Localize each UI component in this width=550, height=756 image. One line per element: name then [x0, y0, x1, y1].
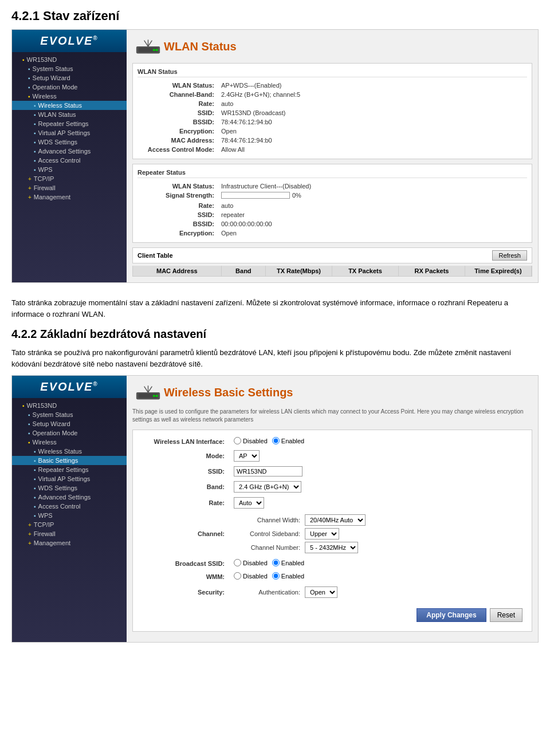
nav2-wireless-status[interactable]: ▪ Wireless Status: [12, 447, 127, 456]
reset-button[interactable]: Reset: [490, 608, 522, 622]
row-value: Allow All: [218, 145, 527, 154]
col-tx-rate: TX Rate(Mbps): [266, 266, 332, 276]
row-value: AP+WDS---(Enabled): [218, 81, 527, 90]
nav-label: Repeater Settings: [38, 120, 89, 127]
broadcast-ssid-label: Broadcast SSID:: [138, 557, 229, 570]
row-label: Channel-Band:: [138, 90, 218, 99]
apply-changes-button[interactable]: Apply Changes: [417, 608, 486, 622]
nav2-management[interactable]: + Management: [12, 538, 127, 548]
router-icon-2: [132, 381, 164, 403]
nav-setup-wizard[interactable]: ▪ Setup Wizard: [12, 73, 127, 82]
table-row: Rate: auto: [138, 201, 527, 210]
broadcast-enabled-label[interactable]: Enabled: [272, 559, 304, 566]
nav-access-control[interactable]: ▪ Access Control: [12, 156, 127, 165]
nav-wps[interactable]: ▪ WPS: [12, 165, 127, 174]
nav-wireless-status[interactable]: ▪ Wireless Status: [12, 101, 127, 110]
wmm-enabled-radio[interactable]: [272, 572, 280, 580]
refresh-button[interactable]: Refresh: [492, 250, 527, 261]
table-row: SSID: WR153ND (Broadcast): [138, 108, 527, 117]
nav2-operation-mode[interactable]: ▪ Operation Mode: [12, 428, 127, 438]
ssid-input[interactable]: [234, 466, 302, 477]
wmm-enabled-label[interactable]: Enabled: [272, 572, 304, 580]
nav2-tcp-ip[interactable]: + TCP/IP: [12, 520, 127, 529]
wmm-disabled-label[interactable]: Disabled: [234, 572, 268, 580]
channel-number-select[interactable]: 5 - 2432MHz: [305, 542, 358, 553]
nav-basic-settings[interactable]: ▪ WLAN Status: [12, 110, 127, 119]
nav2-access-control[interactable]: ▪ Access Control: [12, 502, 127, 511]
wireless-basic-panel: EVOLVE® ▪ WR153ND ▪ System Status ▪ Setu…: [11, 375, 539, 643]
nav2-system-status[interactable]: ▪ System Status: [12, 410, 127, 419]
authentication-control: Open: [302, 585, 340, 599]
nav2-firewall[interactable]: + Firewall: [12, 529, 127, 538]
authentication-label: Authentication:: [234, 585, 302, 599]
nav-wr153nd[interactable]: ▪ WR153ND: [12, 55, 127, 64]
nav2-virtual-ap[interactable]: ▪ Virtual AP Settings: [12, 474, 127, 483]
nav-wireless[interactable]: ▪ Wireless: [12, 92, 127, 101]
wlan-enabled-label[interactable]: Enabled: [272, 437, 304, 444]
row-label: WLAN Status:: [138, 81, 218, 90]
repeater-section-label: Repeater Status: [138, 169, 527, 178]
nav2-wireless[interactable]: ▪ Wireless: [12, 438, 127, 447]
page-icon: ▪: [34, 458, 36, 464]
nav-advanced-settings[interactable]: ▪ Advanced Settings: [12, 147, 127, 156]
wmm-enabled-text: Enabled: [281, 573, 304, 580]
wmm-disabled-text: Disabled: [243, 573, 268, 580]
text-section-1: Tato stránka zobrazuje momentální stav a…: [0, 292, 550, 325]
wmm-disabled-radio[interactable]: [234, 572, 241, 580]
wlan-disabled-label[interactable]: Disabled: [234, 437, 268, 444]
broadcast-enabled-text: Enabled: [281, 560, 304, 566]
wlan-status-panel: EVOLVE® ▪ WR153ND ▪ System Status ▪ Setu…: [11, 29, 539, 283]
ssid-control: [229, 464, 527, 479]
folder-icon: +: [28, 176, 32, 182]
row-value: 78:44:76:12:94:b0: [218, 136, 527, 145]
nav2-setup-wizard[interactable]: ▪ Setup Wizard: [12, 419, 127, 428]
mode-select[interactable]: AP: [234, 450, 260, 462]
row-value: WR153ND (Broadcast): [218, 108, 527, 117]
nav2-wds-settings[interactable]: ▪ WDS Settings: [12, 483, 127, 493]
nav2-advanced-settings[interactable]: ▪ Advanced Settings: [12, 493, 127, 502]
broadcast-disabled-label[interactable]: Disabled: [234, 559, 268, 566]
wlan-status-table: WLAN Status WLAN Status: AP+WDS---(Enabl…: [132, 63, 532, 159]
nav-operation-mode[interactable]: ▪ Operation Mode: [12, 82, 127, 92]
nav2-wr153nd[interactable]: ▪ WR153ND: [12, 401, 127, 410]
nav-label: Virtual AP Settings: [38, 475, 91, 482]
authentication-select[interactable]: Open: [305, 586, 337, 598]
page-icon: ▪: [34, 121, 36, 127]
page-icon: ▪: [34, 448, 36, 455]
wlan-enabled-radio[interactable]: [272, 437, 280, 444]
page-icon: ▪: [34, 476, 36, 482]
page-icon: ▪: [34, 158, 36, 164]
security-control: Authentication: Open: [229, 583, 527, 601]
row-label: Rate:: [138, 99, 218, 108]
band-control: 2.4 GHz (B+G+N): [229, 479, 527, 495]
nav-label: Access Control: [38, 503, 81, 510]
wlan-radio-group: Disabled Enabled: [234, 437, 304, 444]
wlan-section-label: WLAN Status: [138, 68, 527, 77]
nav-repeater-settings[interactable]: ▪ Repeater Settings: [12, 119, 127, 128]
form-row-broadcast-ssid: Broadcast SSID: Disabled Enabled: [138, 557, 527, 570]
broadcast-enabled-radio[interactable]: [272, 559, 280, 566]
nav2-repeater-settings[interactable]: ▪ Repeater Settings: [12, 465, 127, 474]
svg-point-2: [153, 49, 155, 51]
nav-tcp-ip[interactable]: + TCP/IP: [12, 174, 127, 183]
nav-wds-settings[interactable]: ▪ WDS Settings: [12, 137, 127, 147]
nav-management[interactable]: + Management: [12, 192, 127, 202]
channel-width-select[interactable]: 20/40MHz Auto: [305, 514, 366, 526]
nav2-basic-settings[interactable]: ▪ Basic Settings: [12, 456, 127, 465]
nav-label: Firewall: [34, 530, 56, 537]
wlan-disabled-radio[interactable]: [234, 437, 241, 444]
broadcast-disabled-radio[interactable]: [234, 559, 241, 566]
nav-firewall[interactable]: + Firewall: [12, 183, 127, 192]
signal-bar-container: 0%: [221, 192, 301, 199]
nav-label: Access Control: [38, 157, 81, 164]
wlan-header: WLAN Status: [132, 36, 532, 57]
control-sideband-select[interactable]: Upper: [305, 528, 339, 540]
nav-system-status[interactable]: ▪ System Status: [12, 64, 127, 73]
nav-virtual-ap[interactable]: ▪ Virtual AP Settings: [12, 128, 127, 137]
rate-select[interactable]: Auto: [234, 497, 264, 509]
section2-description: Tato stránka se používá pro nakonfigurov…: [11, 347, 539, 369]
band-select[interactable]: 2.4 GHz (B+G+N): [234, 481, 301, 493]
row-value: 2.4GHz (B+G+N); channel:5: [218, 90, 527, 99]
nav2-wps[interactable]: ▪ WPS: [12, 511, 127, 520]
authentication-row: Authentication: Open: [234, 585, 340, 599]
